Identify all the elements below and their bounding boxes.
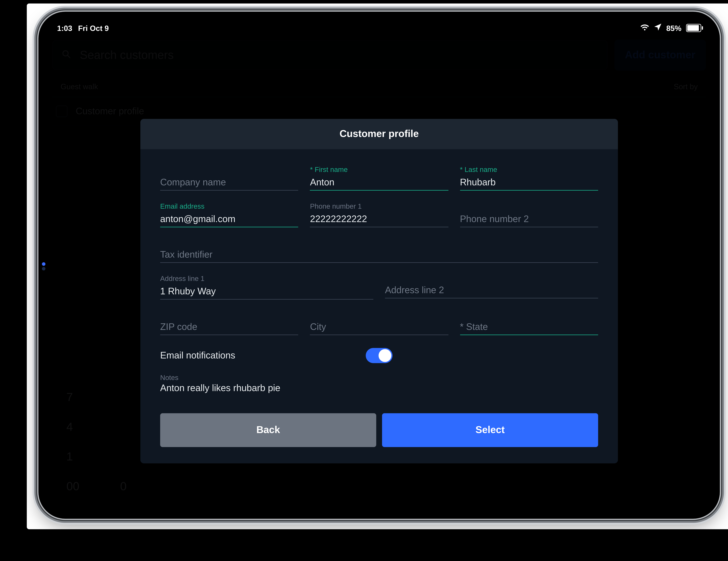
back-button[interactable]: Back: [160, 413, 376, 447]
address1-field[interactable]: Address line 1 1 Rhuby Way: [160, 273, 373, 300]
address2-placeholder: Address line 2: [385, 274, 598, 296]
last-name-label: * Last name: [460, 165, 598, 174]
email-field[interactable]: Email address anton@gmail.com: [160, 201, 298, 227]
first-name-field[interactable]: * First name Anton: [310, 164, 448, 190]
phone2-placeholder: Phone number 2: [460, 211, 598, 224]
company-name-field[interactable]: Company name: [160, 164, 298, 190]
company-name-placeholder: Company name: [160, 175, 298, 188]
camera-indicator: [42, 262, 45, 266]
state-placeholder: * State: [460, 311, 598, 332]
notes-value: Anton really likes rhubarb pie: [160, 383, 598, 394]
phone1-field[interactable]: Phone number 1 22222222222: [310, 201, 448, 227]
address1-value: 1 Rhuby Way: [160, 284, 373, 297]
first-name-value: Anton: [310, 175, 448, 188]
customer-profile-modal: Customer profile Company name * First na…: [140, 119, 618, 463]
battery-pct: 85%: [666, 24, 681, 32]
city-placeholder: City: [310, 311, 448, 332]
status-date: Fri Oct 9: [78, 24, 109, 32]
address1-label: Address line 1: [160, 274, 373, 283]
phone2-field[interactable]: Phone number 2: [460, 201, 598, 227]
ipad-frame: 1:03 Fri Oct 9 85%: [38, 12, 720, 519]
phone1-value: 22222222222: [310, 211, 448, 224]
email-value: anton@gmail.com: [160, 211, 298, 224]
battery-icon: [686, 24, 701, 32]
wifi-icon: [640, 24, 649, 32]
email-label: Email address: [160, 202, 298, 210]
last-name-field[interactable]: * Last name Rhubarb: [460, 164, 598, 190]
status-bar: 1:03 Fri Oct 9 85%: [47, 20, 712, 36]
address2-field[interactable]: Address line 2: [385, 273, 598, 300]
phone1-label: Phone number 1: [310, 202, 448, 210]
modal-title: Customer profile: [140, 119, 618, 149]
first-name-label: * First name: [310, 165, 448, 174]
select-button[interactable]: Select: [382, 413, 598, 447]
tax-id-placeholder: Tax identifier: [160, 239, 598, 260]
last-name-value: Rhubarb: [460, 175, 598, 188]
zip-placeholder: ZIP code: [160, 311, 298, 332]
status-time: 1:03: [57, 24, 72, 32]
tax-id-field[interactable]: Tax identifier: [160, 238, 598, 263]
state-field[interactable]: * State: [460, 310, 598, 335]
notes-label: Notes: [160, 374, 598, 382]
location-icon: [654, 23, 662, 33]
email-notifications-label: Email notifications: [160, 350, 366, 361]
city-field[interactable]: City: [310, 310, 448, 335]
notes-field[interactable]: Notes Anton really likes rhubarb pie: [160, 374, 598, 394]
email-notifications-toggle[interactable]: [366, 348, 393, 363]
zip-field[interactable]: ZIP code: [160, 310, 298, 335]
